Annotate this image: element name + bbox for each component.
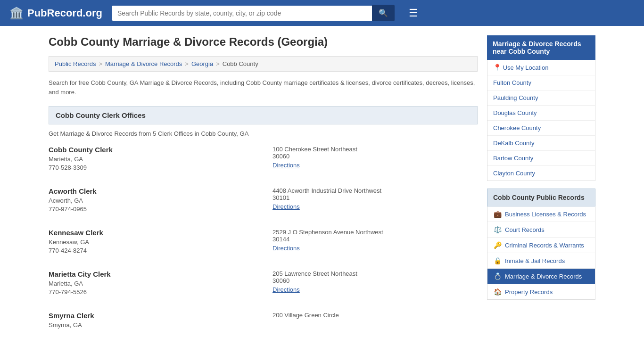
county-link-2[interactable]: Douglas County: [487, 106, 595, 120]
clerk-phone-2: 770-424-8274: [49, 247, 254, 254]
clerk-phone-1: 770-974-0965: [49, 206, 254, 213]
clerk-entry-4: Smyrna Clerk Smyrna, GA 200 Village Gree…: [49, 312, 478, 335]
pub-record-link-0[interactable]: 💼 Business Licenses & Records: [487, 206, 595, 222]
location-icon: 📍: [493, 64, 501, 71]
site-header: 🏛️ PubRecord.org 🔍 ☰: [0, 0, 644, 26]
clerk-name-3: Marietta City Clerk: [49, 270, 254, 278]
search-bar: 🔍: [112, 5, 395, 21]
pub-record-label-3: Inmate & Jail Records: [505, 257, 565, 264]
pub-record-4[interactable]: 💍 Marriage & Divorce Records: [487, 269, 595, 284]
near-counties-list: 📍 Use My Location Fulton County Paulding…: [487, 60, 595, 181]
pub-record-label-1: Court Records: [505, 226, 545, 233]
sidebar: Marriage & Divorce Records near Cobb Cou…: [487, 35, 595, 346]
site-logo[interactable]: 🏛️ PubRecord.org: [9, 7, 102, 20]
pub-record-2[interactable]: 🔑 Criminal Records & Warrants: [487, 238, 595, 253]
sidebar-county-3[interactable]: Cherokee County: [487, 121, 595, 136]
pub-record-3[interactable]: 🔒 Inmate & Jail Records: [487, 253, 595, 269]
sidebar-county-5[interactable]: Bartow County: [487, 151, 595, 166]
county-link-3[interactable]: Cherokee County: [487, 121, 595, 135]
pub-record-icon-2: 🔑: [493, 241, 502, 249]
clerk-address-1: 4408 Acworth Industrial Drive Northwest …: [254, 187, 478, 213]
clerk-addr-line1-2: 2529 J O Stephenson Avenue Northwest: [272, 229, 478, 236]
clerk-name-2: Kennesaw Clerk: [49, 229, 254, 237]
pub-record-label-4: Marriage & Divorce Records: [505, 273, 582, 280]
clerk-entry-2: Kennesaw Clerk Kennesaw, GA 770-424-8274…: [49, 229, 478, 259]
content-area: Cobb County Marriage & Divorce Records (…: [49, 35, 478, 346]
directions-link-1[interactable]: Directions: [272, 203, 300, 210]
clerk-addr-line2-2: 30144: [272, 236, 478, 243]
clerk-address-3: 205 Lawrence Street Northeast 30060 Dire…: [254, 270, 478, 296]
breadcrumb-marriage-divorce[interactable]: Marriage & Divorce Records: [105, 60, 182, 67]
sidebar-county-0[interactable]: Fulton County: [487, 75, 595, 90]
breadcrumb-sep-1: >: [99, 60, 102, 67]
clerk-info-3: Marietta City Clerk Marietta, GA 770-794…: [49, 270, 254, 296]
clerk-entry-0: Cobb County Clerk Marietta, GA 770-528-3…: [49, 146, 478, 176]
sidebar-county-1[interactable]: Paulding County: [487, 90, 595, 106]
county-link-6[interactable]: Clayton County: [487, 166, 595, 181]
pub-record-1[interactable]: ⚖️ Court Records: [487, 222, 595, 238]
pub-record-icon-5: 🏠: [493, 288, 502, 296]
breadcrumb-sep-3: >: [216, 60, 220, 67]
sidebar-county-6[interactable]: Clayton County: [487, 166, 595, 181]
use-location-item[interactable]: 📍 Use My Location: [487, 60, 595, 75]
clerk-location-0: Marietta, GA: [49, 156, 254, 163]
clerk-location-1: Acworth, GA: [49, 197, 254, 204]
pub-record-link-3[interactable]: 🔒 Inmate & Jail Records: [487, 253, 595, 268]
clerk-addr-line1-1: 4408 Acworth Industrial Drive Northwest: [272, 187, 478, 194]
menu-button[interactable]: ☰: [409, 7, 418, 19]
clerk-info-0: Cobb County Clerk Marietta, GA 770-528-3…: [49, 146, 254, 171]
clerk-addr-line1-3: 205 Lawrence Street Northeast: [272, 270, 478, 277]
clerk-addr-line2-3: 30060: [272, 277, 478, 284]
pub-record-0[interactable]: 💼 Business Licenses & Records: [487, 206, 595, 222]
pub-record-label-0: Business Licenses & Records: [505, 211, 586, 218]
clerk-name-1: Acworth Clerk: [49, 187, 254, 195]
clerk-name-4: Smyrna Clerk: [49, 312, 254, 320]
pub-record-link-2[interactable]: 🔑 Criminal Records & Warrants: [487, 238, 595, 253]
pub-record-label-2: Criminal Records & Warrants: [505, 242, 584, 249]
pub-record-icon-0: 💼: [493, 210, 502, 218]
breadcrumb-sep-2: >: [185, 60, 189, 67]
search-icon: 🔍: [379, 9, 388, 17]
breadcrumb-georgia[interactable]: Georgia: [191, 60, 213, 67]
county-link-0[interactable]: Fulton County: [487, 75, 595, 90]
pub-record-icon-1: ⚖️: [493, 226, 502, 233]
sidebar-county-2[interactable]: Douglas County: [487, 106, 595, 121]
logo-text: PubRecord.org: [27, 7, 102, 19]
pub-record-icon-3: 🔒: [493, 257, 502, 264]
clerk-name-0: Cobb County Clerk: [49, 146, 254, 154]
pub-record-label-5: Property Records: [505, 288, 553, 296]
sidebar-county-4[interactable]: DeKalb County: [487, 136, 595, 151]
clerk-addr-line1-4: 200 Village Green Circle: [272, 312, 478, 319]
near-header: Marriage & Divorce Records near Cobb Cou…: [487, 35, 595, 60]
pub-record-5[interactable]: 🏠 Property Records: [487, 284, 595, 299]
logo-icon: 🏛️: [9, 7, 24, 20]
clerk-entry-1: Acworth Clerk Acworth, GA 770-974-0965 4…: [49, 187, 478, 217]
clerk-offices-header: Cobb County Clerk Offices: [49, 106, 478, 124]
clerk-location-3: Marietta, GA: [49, 280, 254, 287]
directions-link-0[interactable]: Directions: [272, 162, 300, 169]
use-location-link[interactable]: 📍 Use My Location: [487, 60, 595, 75]
clerk-location-4: Smyrna, GA: [49, 321, 254, 329]
breadcrumb-public-records[interactable]: Public Records: [55, 60, 96, 67]
pub-record-link-4[interactable]: 💍 Marriage & Divorce Records: [487, 269, 595, 284]
search-input[interactable]: [112, 6, 372, 21]
search-button[interactable]: 🔍: [372, 5, 395, 21]
clerk-phone-0: 770-528-3309: [49, 164, 254, 171]
clerk-address-2: 2529 J O Stephenson Avenue Northwest 301…: [254, 229, 478, 254]
directions-link-3[interactable]: Directions: [272, 286, 300, 293]
county-link-5[interactable]: Bartow County: [487, 151, 595, 165]
pub-record-link-5[interactable]: 🏠 Property Records: [487, 284, 595, 299]
county-link-4[interactable]: DeKalb County: [487, 136, 595, 150]
county-link-1[interactable]: Paulding County: [487, 90, 595, 105]
directions-link-2[interactable]: Directions: [272, 245, 300, 252]
clerk-info-4: Smyrna Clerk Smyrna, GA: [49, 312, 254, 330]
clerk-address-4: 200 Village Green Circle: [254, 312, 478, 330]
section-description: Get Marriage & Divorce Records from 5 Cl…: [49, 130, 478, 137]
clerk-info-1: Acworth Clerk Acworth, GA 770-974-0965: [49, 187, 254, 213]
clerk-address-0: 100 Cherokee Street Northeast 30060 Dire…: [254, 146, 478, 171]
clerk-list: Cobb County Clerk Marietta, GA 770-528-3…: [49, 146, 478, 335]
page-description: Search for free Cobb County, GA Marriage…: [49, 78, 478, 97]
pub-records-list: 💼 Business Licenses & Records ⚖️ Court R…: [487, 206, 595, 300]
pub-record-link-1[interactable]: ⚖️ Court Records: [487, 222, 595, 237]
clerk-entry-3: Marietta City Clerk Marietta, GA 770-794…: [49, 270, 478, 300]
